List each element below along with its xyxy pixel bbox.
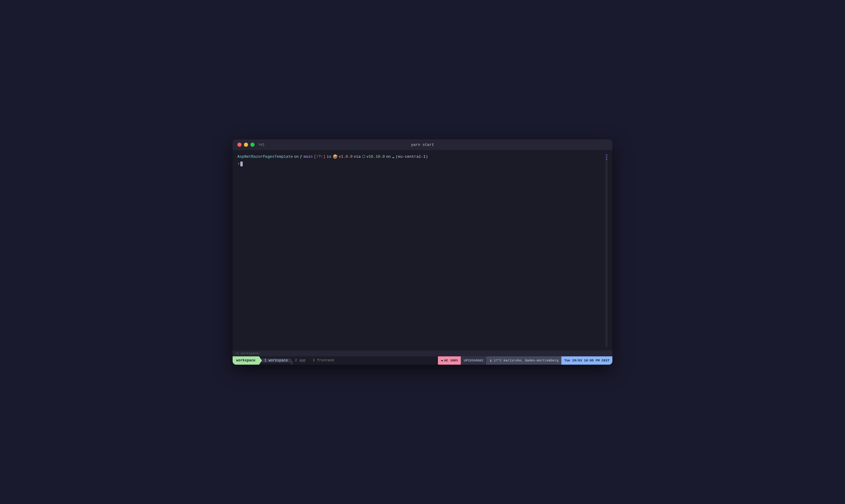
repo-name: AspNetRazorPagesTemplate — [237, 154, 293, 160]
tmux-weather-stat: 🌡 17°C Karlsruhe, Baden-Württemberg — [486, 356, 562, 365]
tmux-left: workspace — [232, 356, 259, 365]
tmux-window-3[interactable]: 3 frontend — [310, 358, 337, 363]
terminal-body[interactable]: AspNetRazorPagesTemplate on ƒ main [!?↑]… — [232, 150, 613, 350]
tmux-datetime-stat: Tue 29/03 10:05 PM CEST — [562, 356, 613, 365]
maximize-button[interactable] — [251, 143, 255, 147]
titlebar: ⌥⌘1 yarn start — [232, 139, 613, 150]
statusbar-separator: ─1 workspace─ — [232, 350, 613, 356]
prompt-line: AspNetRazorPagesTemplate on ƒ main [!?↑]… — [237, 154, 605, 160]
tmux-session[interactable]: workspace — [232, 356, 259, 365]
pkg-version: v1.0.0 — [339, 154, 353, 160]
cloud-region: (eu-central-1) — [396, 154, 428, 160]
tmux-statusbar: workspace 1 workspace 2 app 3 frontend ❤… — [232, 356, 613, 365]
scrollbar-indicator — [606, 157, 607, 158]
tmux-git-stat: UPC8346882 — [461, 356, 486, 365]
terminal-content: AspNetRazorPagesTemplate on ƒ main [!?↑]… — [237, 154, 605, 347]
scrollbar[interactable] — [605, 154, 608, 347]
node-icon: ⬡ — [362, 154, 365, 160]
cursor-line: › — [237, 161, 605, 167]
scrollbar-indicator — [606, 159, 607, 160]
branch-name: main — [304, 154, 313, 160]
cursor — [240, 162, 243, 166]
tmux-windows: 1 workspace 2 app 3 frontend — [259, 356, 438, 365]
git-status: [!?↑] — [314, 154, 326, 160]
window-title: yarn start — [411, 143, 434, 147]
package-icon: 📦 — [333, 154, 338, 160]
is-text: is — [327, 154, 331, 160]
separator-text: ─1 workspace─ — [235, 352, 260, 355]
via-text: via — [353, 154, 361, 160]
scrollbar-indicator — [606, 155, 607, 156]
cloud-on-text: on — [386, 154, 391, 160]
on-text: on — [294, 154, 299, 160]
thermometer-icon: 🌡 — [489, 359, 493, 363]
traffic-lights — [237, 143, 255, 147]
git-label: UPC8346882 — [464, 359, 483, 362]
tmux-right: ❤ AC 100% UPC8346882 🌡 17°C Karlsruhe, B… — [438, 356, 613, 365]
close-button[interactable] — [237, 143, 242, 147]
tmux-battery-stat: ❤ AC 100% — [438, 356, 461, 365]
tmux-window-1[interactable]: 1 workspace — [261, 358, 291, 363]
terminal-window: ⌥⌘1 yarn start AspNetRazorPagesTemplate … — [232, 139, 613, 365]
node-version: v16.10.0 — [366, 154, 385, 160]
keyboard-shortcut: ⌥⌘1 — [258, 143, 265, 147]
minimize-button[interactable] — [244, 143, 248, 147]
battery-label: AC 100% — [444, 359, 458, 362]
cloud-icon: ☁ — [392, 154, 394, 160]
datetime-text: Tue 29/03 10:05 PM CEST — [564, 359, 609, 362]
heart-icon: ❤ — [441, 359, 443, 363]
branch-icon: ƒ — [300, 154, 302, 160]
weather-text: 17°C Karlsruhe, Baden-Württemberg — [494, 359, 558, 362]
tmux-window-2[interactable]: 2 app — [292, 358, 309, 363]
prompt-symbol: › — [237, 161, 240, 167]
